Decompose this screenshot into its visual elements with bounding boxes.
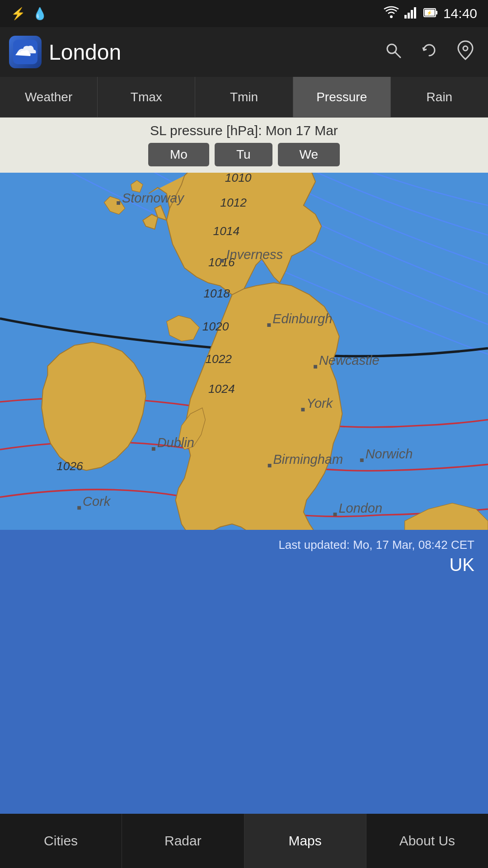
map-info: Last updated: Mo, 17 Mar, 08:42 CET UK bbox=[0, 530, 488, 581]
svg-text:Newcastle: Newcastle bbox=[319, 353, 380, 368]
status-bar: ⚡ 💧 ⚡ bbox=[0, 0, 488, 27]
location-icon[interactable] bbox=[456, 40, 474, 64]
nav-about[interactable]: About Us bbox=[366, 814, 488, 868]
tab-tmin[interactable]: Tmin bbox=[195, 77, 293, 117]
svg-text:1020: 1020 bbox=[202, 320, 229, 333]
svg-text:1010: 1010 bbox=[225, 173, 252, 184]
city-name: London bbox=[49, 40, 377, 65]
svg-text:Norwich: Norwich bbox=[366, 447, 413, 461]
nav-cities[interactable]: Cities bbox=[0, 814, 122, 868]
header-actions bbox=[384, 40, 474, 64]
app-icon bbox=[9, 36, 42, 68]
svg-point-0 bbox=[390, 15, 393, 18]
search-icon[interactable] bbox=[384, 41, 402, 63]
wifi-icon bbox=[384, 6, 399, 22]
svg-rect-38 bbox=[360, 458, 364, 462]
svg-text:1026: 1026 bbox=[56, 459, 83, 473]
svg-rect-1 bbox=[404, 15, 407, 19]
day-we-button[interactable]: We bbox=[278, 143, 340, 166]
tab-rain[interactable]: Rain bbox=[391, 77, 488, 117]
svg-rect-24 bbox=[117, 201, 120, 205]
tab-bar: Weather Tmax Tmin Pressure Rain bbox=[0, 77, 488, 118]
svg-text:London: London bbox=[338, 501, 382, 515]
status-right-icons: ⚡ 14:40 bbox=[384, 6, 477, 22]
svg-text:⚡: ⚡ bbox=[427, 10, 432, 16]
svg-rect-32 bbox=[301, 408, 305, 411]
svg-text:1022: 1022 bbox=[205, 352, 232, 366]
last-updated: Last updated: Mo, 17 Mar, 08:42 CET bbox=[14, 538, 474, 552]
nav-maps[interactable]: Maps bbox=[244, 814, 366, 868]
day-mo-button[interactable]: Mo bbox=[148, 143, 209, 166]
region-label: UK bbox=[14, 555, 474, 575]
map-area[interactable]: 1008 1010 1012 1014 1016 1018 1020 1022 … bbox=[0, 173, 488, 530]
clock: 14:40 bbox=[443, 6, 477, 21]
svg-rect-36 bbox=[268, 464, 272, 467]
svg-rect-30 bbox=[314, 365, 317, 368]
sub-header: SL pressure [hPa]: Mon 17 Mar Mo Tu We bbox=[0, 118, 488, 173]
usb-icon: ⚡ bbox=[11, 7, 25, 21]
svg-text:York: York bbox=[306, 396, 333, 410]
svg-rect-4 bbox=[414, 7, 416, 19]
tab-weather[interactable]: Weather bbox=[0, 77, 98, 117]
svg-rect-2 bbox=[408, 13, 410, 19]
svg-rect-28 bbox=[267, 323, 271, 327]
svg-rect-40 bbox=[77, 506, 81, 509]
signal-icon bbox=[404, 6, 418, 22]
bottom-nav: Cities Radar Maps About Us bbox=[0, 814, 488, 868]
svg-text:Edinburgh: Edinburgh bbox=[272, 311, 332, 326]
svg-text:Stornoway: Stornoway bbox=[122, 191, 184, 205]
tab-tmax[interactable]: Tmax bbox=[98, 77, 195, 117]
waterdrop-icon: 💧 bbox=[33, 7, 47, 21]
refresh-icon[interactable] bbox=[420, 41, 438, 63]
svg-text:Inverness: Inverness bbox=[226, 247, 283, 262]
svg-text:1018: 1018 bbox=[203, 287, 230, 300]
day-buttons: Mo Tu We bbox=[0, 143, 488, 166]
svg-text:1014: 1014 bbox=[213, 224, 240, 238]
battery-icon: ⚡ bbox=[423, 6, 438, 21]
svg-text:Birmingham: Birmingham bbox=[273, 452, 343, 467]
svg-rect-26 bbox=[220, 259, 224, 263]
nav-radar[interactable]: Radar bbox=[122, 814, 244, 868]
svg-text:Dublin: Dublin bbox=[157, 435, 194, 450]
tab-pressure[interactable]: Pressure bbox=[293, 77, 391, 117]
svg-text:1024: 1024 bbox=[208, 382, 235, 396]
svg-point-12 bbox=[463, 46, 468, 51]
svg-rect-34 bbox=[152, 447, 155, 451]
pressure-title: SL pressure [hPa]: Mon 17 Mar bbox=[0, 123, 488, 138]
svg-text:Cork: Cork bbox=[83, 494, 111, 509]
svg-rect-6 bbox=[436, 11, 437, 14]
status-left-icons: ⚡ 💧 bbox=[11, 7, 47, 21]
svg-text:1012: 1012 bbox=[220, 196, 247, 209]
spacer bbox=[0, 581, 488, 819]
svg-line-11 bbox=[395, 52, 400, 57]
day-tu-button[interactable]: Tu bbox=[215, 143, 272, 166]
svg-rect-3 bbox=[411, 10, 413, 19]
app-header: London bbox=[0, 27, 488, 77]
svg-rect-42 bbox=[333, 513, 337, 516]
